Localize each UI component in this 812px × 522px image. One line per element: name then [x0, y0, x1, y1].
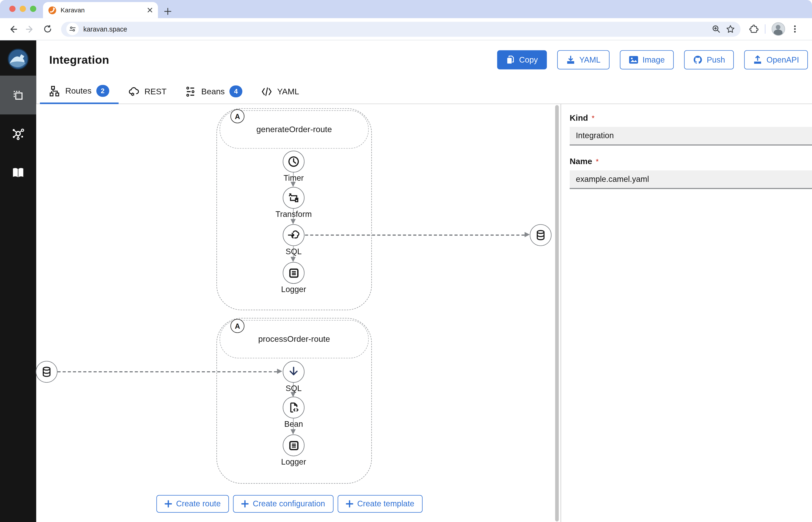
tab-rest[interactable]: REST [119, 79, 176, 103]
beans-count-badge: 4 [229, 85, 243, 97]
database-icon [40, 366, 53, 378]
header-actions: Copy YAML [497, 50, 808, 69]
tune-icon[interactable] [66, 23, 79, 35]
star-icon[interactable] [726, 24, 735, 34]
new-tab-button[interactable] [164, 8, 171, 15]
image-icon [629, 55, 638, 64]
push-button-label: Push [707, 55, 725, 64]
step-sql-consumer[interactable] [283, 361, 304, 383]
kind-input[interactable] [570, 127, 812, 145]
openapi-button-label: OpenAPI [767, 55, 799, 64]
toolbar-separator [765, 24, 765, 34]
sidebar-item-projects[interactable] [0, 76, 36, 114]
copy-button[interactable]: Copy [497, 50, 547, 69]
designer-tabs: Routes 2 REST [36, 79, 812, 104]
log-lines-icon [288, 439, 300, 451]
step-label: SQL [257, 384, 330, 393]
plus-icon [165, 500, 172, 507]
kebab-menu-icon[interactable] [791, 25, 798, 33]
create-configuration-label: Create configuration [253, 499, 325, 508]
canvas-scrollbar[interactable] [554, 104, 561, 522]
browser-tab[interactable]: Karavan [43, 2, 158, 18]
step-label: SQL [257, 247, 330, 256]
extensions-puzzle-icon[interactable] [749, 24, 758, 34]
download-icon [566, 55, 575, 65]
plus-icon [241, 500, 249, 507]
screenshot-stage: Karavan ka [0, 0, 812, 522]
connector-arrow [290, 257, 296, 262]
route-canvas[interactable]: A generateOrder-route [36, 104, 554, 522]
code-icon [261, 86, 272, 97]
url-bar[interactable]: karavan.space [61, 21, 740, 36]
tab-yaml-label: YAML [277, 87, 299, 96]
route-autostart-badge[interactable]: A [230, 319, 244, 333]
plus-icon [346, 500, 353, 507]
log-lines-icon [288, 267, 300, 279]
profile-avatar[interactable] [772, 22, 785, 36]
step-logger[interactable] [283, 435, 304, 456]
forward-icon[interactable] [23, 22, 37, 36]
tab-rest-label: REST [144, 87, 167, 96]
beans-icon [185, 86, 197, 97]
back-icon[interactable] [5, 22, 20, 36]
create-route-button[interactable]: Create route [157, 495, 229, 513]
url-text[interactable]: karavan.space [83, 25, 707, 33]
karavan-logo [7, 48, 29, 71]
copy-button-label: Copy [519, 55, 538, 64]
app-main: Integration Copy YAML [36, 40, 812, 522]
browser-tab-strip: Karavan [0, 0, 812, 18]
page-header: Integration Copy YAML [36, 40, 812, 79]
step-logger[interactable] [283, 262, 304, 284]
kind-field-label: Kind * [570, 114, 812, 123]
sidebar-item-hub[interactable] [0, 114, 36, 153]
create-configuration-button[interactable]: Create configuration [233, 495, 333, 513]
sidebar-item-docs[interactable] [0, 153, 36, 192]
hub-topology-icon [12, 127, 25, 141]
step-transform[interactable] [283, 187, 304, 209]
step-sql-producer[interactable] [283, 224, 304, 246]
step-label: Transform [257, 209, 330, 219]
yaml-button[interactable]: YAML [557, 50, 609, 69]
app-sidebar [0, 40, 36, 522]
required-asterisk: * [592, 114, 594, 122]
create-template-label: Create template [357, 499, 414, 508]
database-endpoint-in[interactable] [36, 361, 57, 383]
database-endpoint-out[interactable] [530, 224, 551, 246]
scrollbar-thumb[interactable] [555, 105, 559, 521]
maximize-window-button[interactable] [30, 6, 36, 12]
rest-cloud-gear-icon [128, 86, 140, 97]
tab-close-icon[interactable] [147, 7, 153, 13]
step-label: Bean [257, 420, 330, 429]
canvas-actions: Create route Create configuration Create… [157, 495, 423, 513]
minimize-window-button[interactable] [20, 6, 26, 12]
route-autostart-badge[interactable]: A [230, 109, 244, 123]
tab-beans[interactable]: Beans 4 [176, 79, 252, 103]
name-label-text: Name [570, 157, 592, 166]
image-button[interactable]: Image [620, 50, 673, 69]
browser-window: Karavan ka [0, 0, 812, 522]
karavan-favicon [48, 6, 56, 14]
upload-icon [753, 55, 762, 65]
karavan-app: Integration Copy YAML [0, 40, 812, 522]
tab-yaml[interactable]: YAML [252, 79, 308, 103]
kind-label-text: Kind [570, 114, 588, 123]
zoom-in-icon[interactable] [712, 24, 721, 34]
page-title: Integration [49, 53, 109, 66]
name-input[interactable] [570, 170, 812, 189]
step-label: Logger [257, 457, 330, 467]
openapi-button[interactable]: OpenAPI [744, 50, 808, 69]
toolbar-right [749, 22, 798, 36]
tab-title: Karavan [61, 6, 143, 14]
step-label: Logger [257, 285, 330, 294]
reload-icon[interactable] [40, 22, 55, 36]
create-template-button[interactable]: Create template [338, 495, 423, 513]
close-window-button[interactable] [9, 6, 16, 12]
browser-toolbar: karavan.space [0, 18, 812, 40]
step-bean[interactable] [283, 397, 304, 418]
required-asterisk: * [596, 157, 598, 165]
copy-icon [506, 55, 515, 65]
step-timer[interactable] [283, 150, 304, 172]
push-button[interactable]: Push [684, 50, 734, 69]
projects-copy-icon [12, 89, 24, 101]
tab-routes[interactable]: Routes 2 [40, 79, 119, 104]
